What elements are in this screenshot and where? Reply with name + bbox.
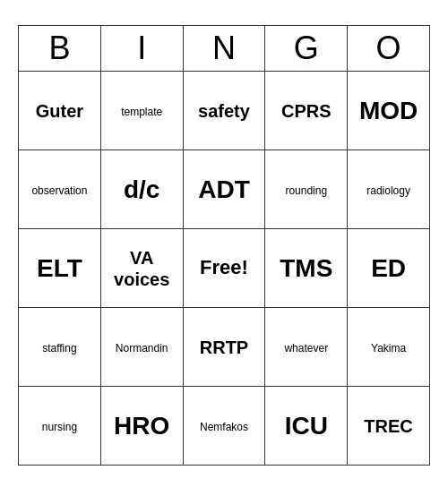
- cell-text-4-2: Nemfakos: [200, 421, 248, 433]
- cell-text-0-4: MOD: [359, 97, 418, 124]
- cell-text-0-2: safety: [198, 101, 250, 121]
- cell-text-2-2: Free!: [200, 256, 248, 278]
- cell-text-3-3: whatever: [284, 342, 328, 355]
- bingo-card: BINGO GutertemplatesafetyCPRSMODobservat…: [18, 21, 430, 466]
- cell-0-1: template: [100, 72, 183, 150]
- cell-4-3: ICU: [265, 387, 348, 466]
- cell-text-0-1: template: [121, 106, 162, 118]
- cell-text-4-3: ICU: [285, 412, 328, 440]
- cell-3-4: Yakima: [348, 308, 430, 387]
- cell-text-3-4: Yakima: [371, 342, 406, 355]
- grid-row-1: observationd/cADTroundingradiology: [19, 150, 430, 229]
- grid-row-4: nursingHRONemfakosICUTREC: [19, 387, 430, 466]
- header-letter-I: I: [100, 26, 183, 72]
- grid-row-3: staffingNormandinRRTPwhateverYakima: [19, 308, 430, 387]
- cell-1-2: ADT: [183, 150, 265, 229]
- cell-text-3-0: staffing: [42, 342, 76, 355]
- cell-0-4: MOD: [348, 72, 430, 150]
- cell-text-2-1: VA voices: [114, 248, 169, 289]
- header-letter-G: G: [265, 26, 348, 72]
- cell-3-1: Normandin: [100, 308, 183, 387]
- cell-text-0-0: Guter: [36, 101, 83, 121]
- grid-row-2: ELTVA voicesFree!TMSED: [19, 229, 430, 308]
- cell-2-0: ELT: [19, 229, 101, 308]
- cell-text-0-3: CPRS: [281, 101, 332, 121]
- cell-text-2-3: TMS: [280, 254, 332, 282]
- cell-text-1-2: ADT: [198, 175, 250, 203]
- cell-3-3: whatever: [265, 308, 348, 387]
- cell-text-4-4: TREC: [364, 416, 412, 436]
- header-letter-N: N: [183, 26, 265, 72]
- header-letter-B: B: [19, 26, 101, 72]
- cell-1-3: rounding: [265, 150, 348, 229]
- cell-4-0: nursing: [19, 387, 101, 466]
- cell-0-2: safety: [183, 72, 265, 150]
- cell-text-2-0: ELT: [37, 254, 82, 282]
- cell-1-0: observation: [19, 150, 101, 229]
- cell-text-1-0: observation: [31, 184, 87, 197]
- bingo-grid: BINGO GutertemplatesafetyCPRSMODobservat…: [18, 25, 430, 466]
- cell-3-0: staffing: [19, 308, 101, 387]
- cell-2-1: VA voices: [100, 229, 183, 308]
- cell-text-4-1: HRO: [114, 412, 169, 440]
- header-letter-O: O: [348, 26, 430, 72]
- cell-4-1: HRO: [100, 387, 183, 466]
- cell-text-4-0: nursing: [42, 421, 77, 433]
- cell-2-2: Free!: [183, 229, 265, 308]
- cell-text-1-4: radiology: [366, 184, 410, 197]
- cell-3-2: RRTP: [183, 308, 265, 387]
- cell-4-2: Nemfakos: [183, 387, 265, 466]
- cell-0-3: CPRS: [265, 72, 348, 150]
- cell-text-1-3: rounding: [285, 184, 327, 197]
- cell-text-3-2: RRTP: [200, 337, 248, 357]
- grid-row-0: GutertemplatesafetyCPRSMOD: [19, 72, 430, 150]
- cell-text-1-1: d/c: [124, 175, 159, 203]
- cell-2-3: TMS: [265, 229, 348, 308]
- header-row: BINGO: [19, 26, 430, 72]
- cell-text-2-4: ED: [371, 254, 406, 282]
- cell-0-0: Guter: [19, 72, 101, 150]
- cell-1-1: d/c: [100, 150, 183, 229]
- cell-1-4: radiology: [348, 150, 430, 229]
- cell-4-4: TREC: [348, 387, 430, 466]
- cell-text-3-1: Normandin: [116, 342, 168, 355]
- cell-2-4: ED: [348, 229, 430, 308]
